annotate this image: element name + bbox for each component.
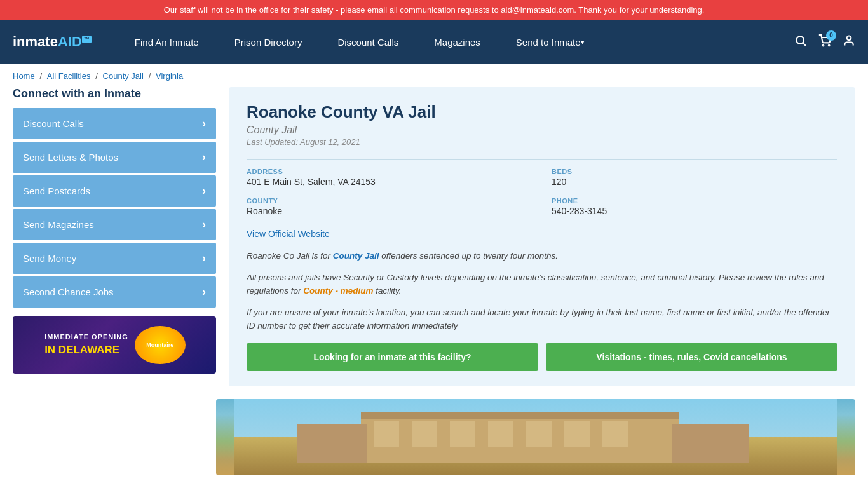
svg-rect-12 — [526, 421, 552, 447]
site-logo[interactable]: inmateAID™ — [13, 34, 92, 50]
county-jail-link[interactable]: County Jail — [333, 251, 379, 261]
sidebar-btn-send-magazines[interactable]: Send Magazines › — [13, 209, 216, 240]
navbar: inmateAID™ Find An Inmate Prison Directo… — [0, 20, 868, 64]
cta-buttons: Looking for an inmate at this facility? … — [247, 343, 837, 371]
chevron-right-icon: › — [202, 117, 206, 130]
chevron-right-icon: › — [202, 285, 206, 299]
svg-rect-8 — [374, 421, 399, 447]
cta-find-inmate-button[interactable]: Looking for an inmate at this facility? — [247, 343, 538, 371]
chevron-right-icon: › — [202, 252, 206, 265]
svg-line-1 — [803, 43, 806, 46]
nav-prison-directory[interactable]: Prison Directory — [217, 20, 320, 64]
nav-send-to-inmate[interactable]: Send to Inmate — [498, 20, 602, 64]
sidebar-ad-logo: Mountaire — [135, 326, 186, 364]
facility-updated: Last Updated: August 12, 2021 — [247, 137, 837, 147]
svg-rect-16 — [297, 424, 367, 463]
address-value: 401 E Main St, Salem, VA 24153 — [247, 177, 532, 187]
alert-banner: Our staff will not be in the office for … — [0, 0, 868, 20]
cart-icon-button[interactable]: 0 — [818, 34, 831, 50]
official-website-link[interactable]: View Official Website — [247, 229, 330, 239]
sidebar-title: Connect with an Inmate — [13, 87, 216, 100]
description-1: Roanoke Co Jail is for County Jail offen… — [247, 249, 837, 263]
svg-rect-13 — [564, 421, 590, 447]
sidebar-btn-discount-calls[interactable]: Discount Calls › — [13, 108, 216, 139]
svg-point-4 — [847, 36, 851, 40]
cart-badge: 0 — [826, 30, 836, 41]
svg-rect-14 — [602, 421, 628, 447]
phone-block: PHONE 540-283-3145 — [552, 197, 837, 216]
address-block: ADDRESS 401 E Main St, Salem, VA 24153 — [247, 168, 532, 187]
beds-block: BEDS 120 — [552, 168, 837, 187]
facility-type: County Jail — [247, 125, 837, 136]
breadcrumb-home[interactable]: Home — [13, 71, 35, 81]
facility-panel: Roanoke County VA Jail County Jail Last … — [229, 87, 855, 386]
svg-rect-9 — [412, 421, 437, 447]
svg-rect-11 — [488, 421, 513, 447]
user-icon-button[interactable] — [843, 34, 855, 50]
nav-find-inmate[interactable]: Find An Inmate — [117, 20, 217, 64]
svg-point-0 — [796, 36, 804, 44]
breadcrumb: Home / All Facilities / County Jail / Vi… — [0, 64, 868, 87]
svg-rect-17 — [672, 424, 749, 463]
facility-details-grid: ADDRESS 401 E Main St, Salem, VA 24153 B… — [247, 168, 837, 216]
county-block: COUNTY Roanoke — [247, 197, 532, 216]
beds-value: 120 — [552, 177, 837, 187]
sidebar-btn-send-letters[interactable]: Send Letters & Photos › — [13, 142, 216, 173]
sidebar-ad[interactable]: IMMEDIATE OPENING IN DELAWARE Mountaire — [13, 316, 216, 374]
breadcrumb-virginia[interactable]: Virginia — [156, 71, 183, 81]
breadcrumb-county-jail[interactable]: County Jail — [103, 71, 144, 81]
facility-building-silhouette — [216, 399, 855, 475]
phone-value: 540-283-3145 — [552, 206, 837, 216]
facility-image — [216, 399, 855, 475]
sidebar: Connect with an Inmate Discount Calls › … — [13, 87, 216, 386]
svg-rect-10 — [450, 421, 475, 447]
sidebar-btn-send-money[interactable]: Send Money › — [13, 243, 216, 274]
description-2: All prisons and jails have Security or C… — [247, 271, 837, 298]
nav-magazines[interactable]: Magazines — [416, 20, 498, 64]
facility-description: Roanoke Co Jail is for County Jail offen… — [247, 239, 837, 333]
sidebar-btn-second-chance-jobs[interactable]: Second Chance Jobs › — [13, 276, 216, 308]
facility-divider — [247, 159, 837, 160]
sidebar-btn-send-postcards[interactable]: Send Postcards › — [13, 175, 216, 207]
search-icon-button[interactable] — [794, 34, 807, 50]
nav-discount-calls[interactable]: Discount Calls — [320, 20, 416, 64]
chevron-right-icon: › — [202, 151, 206, 164]
svg-point-2 — [823, 44, 824, 46]
svg-rect-15 — [361, 412, 679, 419]
description-3: If you are unsure of your inmate's locat… — [247, 306, 837, 333]
user-icon — [843, 34, 855, 47]
nav-links: Find An Inmate Prison Directory Discount… — [117, 20, 794, 64]
nav-icons: 0 — [794, 34, 855, 50]
chevron-right-icon: › — [202, 184, 206, 198]
alert-message: Our staff will not be in the office for … — [164, 5, 705, 15]
facility-name: Roanoke County VA Jail — [247, 102, 837, 122]
svg-point-3 — [829, 44, 830, 46]
search-icon — [794, 34, 807, 47]
main-content: Connect with an Inmate Discount Calls › … — [0, 87, 868, 399]
county-medium-link[interactable]: County - medium — [303, 286, 373, 295]
chevron-right-icon: › — [202, 218, 206, 231]
cta-visitations-button[interactable]: Visitations - times, rules, Covid cancel… — [546, 343, 837, 371]
county-value: Roanoke — [247, 206, 532, 216]
breadcrumb-all-facilities[interactable]: All Facilities — [47, 71, 91, 81]
